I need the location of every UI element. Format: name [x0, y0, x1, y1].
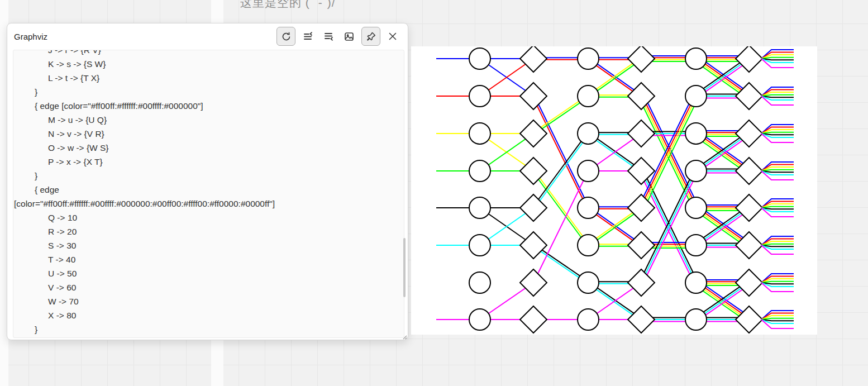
output-ribbon-line	[761, 96, 794, 97]
code-line: X -> 80	[13, 308, 404, 322]
code-line: N -> v -> {V R}	[13, 127, 404, 141]
output-ribbon-line	[761, 170, 794, 171]
circle-node	[685, 85, 707, 107]
circle-node	[469, 235, 490, 256]
circle-node	[685, 272, 707, 293]
code-line: [color="#ff00ff:#ffffff:#00ffff:#000000:…	[13, 197, 404, 211]
diamond-node	[628, 269, 655, 296]
circle-node	[469, 123, 490, 144]
diamond-node	[736, 232, 762, 259]
circle-node	[469, 272, 490, 293]
edge-bundle	[644, 97, 699, 209]
refresh-icon	[281, 31, 292, 42]
panel-toolbar	[276, 27, 401, 46]
diamond-node	[628, 194, 655, 221]
output-ribbon-line	[761, 59, 794, 60]
diamond-node	[520, 120, 547, 147]
circle-node	[578, 235, 599, 256]
output-ribbon-line	[761, 95, 794, 96]
code-line: U -> 50	[13, 266, 404, 280]
diamond-node	[736, 83, 762, 109]
circle-node	[685, 160, 707, 182]
output-ribbon-line	[761, 132, 794, 134]
pin-button[interactable]	[361, 27, 380, 46]
circle-node	[685, 235, 707, 256]
code-line: M -> u -> {U Q}	[13, 113, 404, 127]
output-ribbon-line	[761, 58, 794, 59]
output-ribbon-line	[761, 134, 794, 135]
empty-note-text: 这里是空的 ( ˙-˙)/	[240, 0, 335, 11]
collapse-lines-icon	[302, 31, 313, 42]
diamond-node	[520, 46, 547, 72]
edge-bundle	[533, 171, 588, 283]
output-ribbon-line	[761, 320, 794, 321]
circle-node	[578, 85, 599, 107]
app-background: { "background": { "empty_text": "这里是空的 (…	[0, 0, 868, 386]
circle-node	[685, 309, 707, 330]
diamond-node	[520, 158, 547, 184]
circle-node	[685, 48, 707, 69]
code-line: { edge	[13, 183, 404, 197]
diamond-node	[520, 269, 547, 296]
code-line: K -> s -> {S W}	[13, 57, 404, 71]
diamond-node	[628, 83, 655, 109]
code-line: J -> r -> {R V}	[13, 50, 404, 57]
collapse-lines-button[interactable]	[299, 28, 316, 45]
expand-lines-button[interactable]	[320, 28, 337, 45]
refresh-button[interactable]	[276, 27, 295, 46]
code-line: V -> 60	[13, 280, 404, 294]
panel-header: Graphviz	[7, 23, 408, 49]
graphviz-svg	[411, 46, 817, 335]
editor-resize-handle[interactable]	[402, 332, 407, 337]
circle-node	[578, 123, 599, 144]
output-ribbon-line	[761, 244, 794, 245]
code-lines: J -> r -> {R V}K -> s -> {S W}L -> t -> …	[13, 50, 404, 336]
expand-lines-icon	[323, 31, 334, 42]
code-line: R -> 20	[13, 225, 404, 239]
diamond-node	[520, 83, 547, 109]
diamond-node	[628, 120, 655, 147]
code-line: P -> x -> {X T}	[13, 155, 404, 169]
circle-node	[469, 48, 490, 69]
diamond-node	[628, 232, 655, 259]
image-icon	[344, 31, 355, 42]
code-line: O -> w -> {W S}	[13, 141, 404, 155]
diamond-node	[520, 194, 547, 221]
circle-node	[469, 160, 490, 182]
output-ribbon-line	[761, 207, 794, 208]
code-line: T -> 40	[13, 252, 404, 266]
close-button[interactable]	[384, 28, 401, 45]
circle-node	[578, 197, 599, 218]
code-line: }	[13, 322, 404, 336]
panel-title: Graphviz	[14, 32, 47, 41]
code-line: { edge [color="#ff00ff:#ffffff:#00ffff:#…	[13, 99, 404, 113]
dot-source-editor[interactable]: J -> r -> {R V}K -> s -> {S W}L -> t -> …	[13, 50, 404, 338]
circle-node	[685, 197, 707, 218]
output-ribbon-line	[761, 171, 794, 172]
editor-scrollbar-thumb[interactable]	[403, 238, 406, 297]
edge-bundle	[532, 97, 587, 208]
circle-node	[685, 123, 707, 144]
graph-render-panel	[411, 46, 817, 335]
output-ribbon-line	[761, 282, 794, 283]
diamond-node	[628, 46, 655, 72]
output-ribbon-line	[761, 245, 794, 246]
circle-node	[578, 160, 599, 182]
diamond-node	[628, 158, 655, 184]
diamond-node	[520, 232, 547, 259]
close-icon	[388, 31, 398, 41]
circle-node	[578, 48, 599, 69]
diamond-node	[736, 158, 762, 184]
code-line: W -> 70	[13, 294, 404, 308]
output-ribbon-line	[761, 283, 794, 284]
circle-node	[469, 197, 490, 218]
code-line: }	[13, 169, 404, 183]
code-line: }	[13, 85, 404, 99]
diamond-node	[520, 306, 547, 333]
graphviz-panel: Graphviz	[7, 23, 408, 340]
diamond-node	[628, 306, 655, 333]
circle-node	[578, 272, 599, 293]
code-line: S -> 30	[13, 239, 404, 252]
circle-node	[469, 309, 490, 330]
export-image-button[interactable]	[341, 28, 357, 45]
